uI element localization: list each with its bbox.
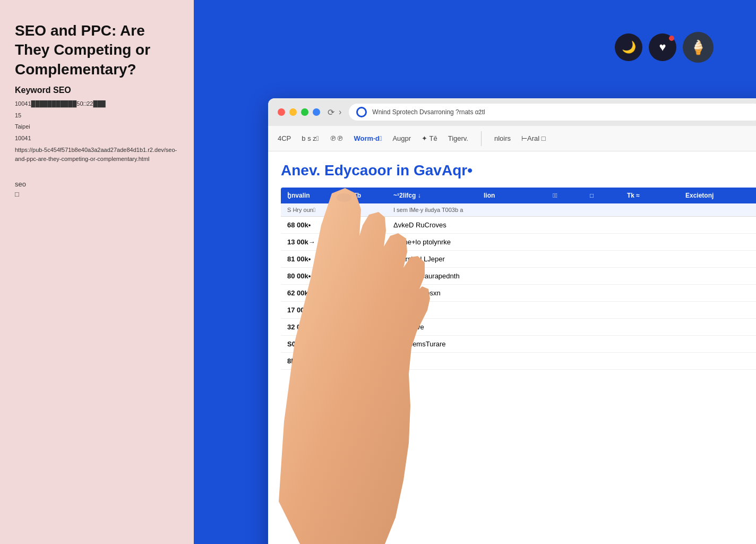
vol-4: 62 00k•: [287, 289, 340, 297]
col3-7: OhrepemsTurare: [393, 340, 478, 348]
col-header-5[interactable]: □: [590, 192, 622, 199]
vol-6: 32 00k•: [287, 323, 340, 331]
toolbar-item-4[interactable]: Augpr: [392, 134, 411, 142]
col3-3: PonwΩ_Caurapednth: [393, 272, 478, 280]
table-row[interactable]: 8F 00k•: [281, 353, 756, 370]
back-icon[interactable]: ⟳: [328, 107, 334, 117]
vol-7: S0 00k•: [287, 340, 340, 348]
sub-col-7: [685, 207, 749, 213]
meta-url: https://pub-5c454f571b8e40a3a2aad27ade84…: [15, 146, 179, 164]
browser-content: Anev. Edycaoor in GavAqr• ḫnvalin ls⃝Tb …: [268, 151, 756, 544]
maximize-button[interactable]: [301, 108, 308, 116]
vol-2: 81 00k•: [287, 255, 340, 263]
tag-icon: □: [15, 190, 179, 198]
toolbar-item-0[interactable]: 4CP: [278, 134, 291, 142]
address-text: Wnind Sprotech Dvsarroning ?rnats αžtl: [372, 108, 755, 116]
browser-window: ⟳ › Wnind Sprotech Dvsarroning ?rnats αž…: [268, 98, 756, 544]
col2-5: Rylg: [346, 306, 388, 314]
table-subheader: S Hry oun⃝ Roro I sem lMe·y iludya T003b…: [281, 203, 756, 217]
traffic-lights: [278, 108, 320, 116]
vol-8: 8F 00k•: [287, 357, 340, 365]
toolbar-item-6[interactable]: Tigerv.: [448, 134, 468, 142]
table-header: ḫnvalin ls⃝Tb ~¹2lifcg ↓ lion ↩⃝ □ Tk ≈ …: [281, 188, 756, 203]
table-row[interactable]: 80 00k• Bylg PonwΩ_Caurapednth: [281, 268, 756, 285]
table-row[interactable]: 81 00k• Egry Cllarsinal LJeper: [281, 251, 756, 268]
meta-id: 10041███████████50□22███: [15, 99, 179, 109]
content-page-title: Anev. Edycaoor in GavAqr•: [281, 162, 756, 179]
col-header-4[interactable]: ↩⃝: [553, 192, 585, 199]
col2-6: Bory: [346, 323, 388, 331]
sub-col-6: [627, 207, 680, 213]
toolbar-item-2[interactable]: ℗℗: [330, 134, 343, 142]
moon-icon[interactable]: 🌙: [615, 33, 642, 61]
sub-col-3: [484, 207, 547, 213]
toolbar-item-7[interactable]: nloirs: [494, 134, 511, 142]
browser-logo: [356, 107, 367, 117]
heart-icon[interactable]: ♥: [649, 33, 676, 61]
sub-col-5: [590, 207, 622, 213]
col-header-6[interactable]: Tk ≈: [627, 192, 680, 199]
page-title-area: Anev. Edycaoor in GavAqr•: [281, 162, 756, 179]
table-row[interactable]: 32 00k• Bory Eowerave: [281, 319, 756, 336]
vol-0: 68 00k•: [287, 221, 340, 229]
browser-toolbar: 4CP b s z⃝ ℗℗ Worm·d⃝ Augpr ✦ Tē Tigerv.…: [268, 126, 756, 151]
col2-0: Eory: [346, 221, 388, 229]
vol-5: 17 004•: [287, 306, 340, 314]
close-button[interactable]: [278, 108, 285, 116]
col-header-7[interactable]: Excietonj: [685, 192, 749, 199]
divider: [481, 131, 482, 146]
main-area: 🌙 ♥ 🍦 ⟳ › Wnind Sprotech Dvsarroning ?rn…: [194, 0, 756, 544]
col3-4: Єhalfowigrosxn: [393, 289, 478, 297]
sidebar: SEO and PPC: Are They Competing or Compl…: [0, 0, 194, 544]
col2-4: Bury: [346, 289, 388, 297]
tag-seo: seo: [15, 180, 179, 188]
sub-col-1: Roro: [346, 207, 388, 213]
col3-1: Clqne+lo ptolynrke: [393, 238, 478, 246]
address-bar[interactable]: Wnind Sprotech Dvsarroning ?rnats αžtl: [349, 104, 756, 121]
col2-7: Nilly: [346, 340, 388, 348]
table-row[interactable]: 68 00k• Eory ΔvkeD RuCroves: [281, 217, 756, 234]
sub-col-2: I sem lMe·y iludya T003b a: [393, 207, 478, 213]
sidebar-tags: seo □: [15, 180, 179, 198]
vol-1: 13 00k→: [287, 238, 340, 246]
col3-6: Eowerave: [393, 323, 478, 331]
table-row[interactable]: 13 00k→ Byrg Clqne+lo ptolynrke: [281, 234, 756, 251]
meta-code: 10041: [15, 134, 179, 143]
vol-3: 80 00k•: [287, 272, 340, 280]
table-row[interactable]: S0 00k• Nilly OhrepemsTurare: [281, 336, 756, 353]
meta-city: Taipei: [15, 122, 179, 132]
page-title: SEO and PPC: Are They Competing or Compl…: [15, 21, 179, 79]
table-row[interactable]: 62 00k• Bury Єhalfowigrosxn: [281, 285, 756, 302]
meta-num: 15: [15, 111, 179, 121]
sub-col-0: S Hry oun⃝: [287, 207, 340, 213]
toolbar-item-5[interactable]: ✦ Tē: [422, 134, 437, 142]
col2-1: Byrg: [346, 238, 388, 246]
col-header-3[interactable]: lion: [484, 192, 547, 199]
col3-5: Dalywo: [393, 306, 478, 314]
extra-button[interactable]: [313, 108, 320, 116]
table-row[interactable]: 17 004• Rylg Dalywo: [281, 302, 756, 319]
sidebar-subtitle: Keyword SEO: [15, 86, 179, 95]
nav-buttons: ⟳ ›: [328, 107, 341, 117]
col-header-0[interactable]: ḫnvalin: [287, 192, 340, 199]
toolbar-item-3[interactable]: Worm·d⃝: [354, 134, 382, 142]
toolbar-item-8[interactable]: ⊢Aral □: [521, 134, 546, 142]
col-header-1[interactable]: ls⃝Tb: [346, 192, 388, 199]
col2-2: Egry: [346, 255, 388, 263]
col2-3: Bylg: [346, 272, 388, 280]
forward-icon[interactable]: ›: [339, 107, 341, 117]
col3-2: Cllarsinal LJeper: [393, 255, 478, 263]
top-icons-area: 🌙 ♥ 🍦: [615, 32, 714, 63]
toolbar-item-1[interactable]: b s z⃝: [302, 134, 319, 142]
icecream-icon[interactable]: 🍦: [683, 32, 714, 63]
sub-col-4: [553, 207, 585, 213]
col3-0: ΔvkeD RuCroves: [393, 221, 478, 229]
col-header-2[interactable]: ~¹2lifcg ↓: [393, 192, 478, 199]
browser-titlebar: ⟳ › Wnind Sprotech Dvsarroning ?rnats αž…: [268, 98, 756, 126]
minimize-button[interactable]: [289, 108, 297, 116]
